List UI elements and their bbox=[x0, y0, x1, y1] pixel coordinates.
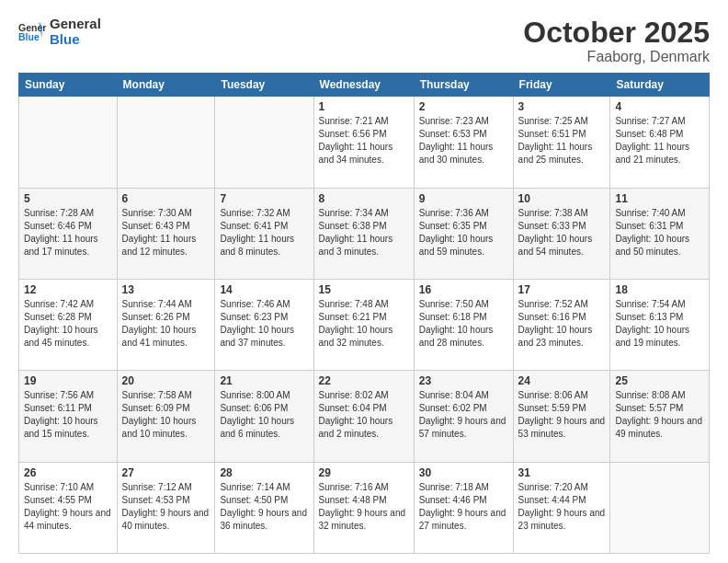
day-number: 25 bbox=[615, 374, 704, 387]
day-number: 2 bbox=[419, 100, 508, 113]
day-number: 19 bbox=[24, 374, 112, 387]
day-number: 6 bbox=[122, 192, 210, 205]
day-info: Sunrise: 7:38 AM Sunset: 6:33 PM Dayligh… bbox=[518, 207, 606, 259]
calendar-day: 31Sunrise: 7:20 AM Sunset: 4:44 PM Dayli… bbox=[513, 462, 610, 553]
header: General Blue General Blue October 2025 F… bbox=[18, 17, 710, 65]
calendar-day: 5Sunrise: 7:28 AM Sunset: 6:46 PM Daylig… bbox=[19, 188, 118, 279]
calendar-week-5: 26Sunrise: 7:10 AM Sunset: 4:55 PM Dayli… bbox=[19, 462, 710, 553]
day-number: 8 bbox=[319, 192, 409, 205]
calendar-week-4: 19Sunrise: 7:56 AM Sunset: 6:11 PM Dayli… bbox=[19, 371, 710, 462]
day-number: 18 bbox=[615, 283, 704, 296]
col-friday: Friday bbox=[513, 74, 610, 97]
calendar-day: 3Sunrise: 7:25 AM Sunset: 6:51 PM Daylig… bbox=[513, 97, 610, 188]
day-number: 28 bbox=[220, 466, 308, 479]
calendar-day: 10Sunrise: 7:38 AM Sunset: 6:33 PM Dayli… bbox=[513, 188, 610, 279]
day-number: 26 bbox=[24, 466, 112, 479]
day-info: Sunrise: 7:20 AM Sunset: 4:44 PM Dayligh… bbox=[518, 481, 606, 533]
calendar-day: 11Sunrise: 7:40 AM Sunset: 6:31 PM Dayli… bbox=[610, 188, 710, 279]
day-number: 11 bbox=[615, 192, 704, 205]
day-number: 13 bbox=[122, 283, 210, 296]
calendar-day: 24Sunrise: 8:06 AM Sunset: 5:59 PM Dayli… bbox=[513, 371, 610, 462]
day-info: Sunrise: 7:36 AM Sunset: 6:35 PM Dayligh… bbox=[419, 207, 508, 259]
calendar-day: 26Sunrise: 7:10 AM Sunset: 4:55 PM Dayli… bbox=[19, 462, 118, 553]
day-info: Sunrise: 7:14 AM Sunset: 4:50 PM Dayligh… bbox=[220, 481, 308, 533]
calendar-week-3: 12Sunrise: 7:42 AM Sunset: 6:28 PM Dayli… bbox=[19, 279, 710, 370]
calendar-week-1: 1Sunrise: 7:21 AM Sunset: 6:56 PM Daylig… bbox=[19, 97, 710, 188]
day-info: Sunrise: 7:52 AM Sunset: 6:16 PM Dayligh… bbox=[518, 298, 606, 350]
calendar-day: 13Sunrise: 7:44 AM Sunset: 6:26 PM Dayli… bbox=[117, 279, 215, 370]
calendar-day: 12Sunrise: 7:42 AM Sunset: 6:28 PM Dayli… bbox=[19, 279, 118, 370]
day-number: 29 bbox=[319, 466, 409, 479]
calendar-day bbox=[19, 97, 118, 188]
calendar-day: 15Sunrise: 7:48 AM Sunset: 6:21 PM Dayli… bbox=[313, 279, 414, 370]
day-number: 12 bbox=[24, 283, 112, 296]
day-info: Sunrise: 7:28 AM Sunset: 6:46 PM Dayligh… bbox=[24, 207, 112, 259]
day-number: 17 bbox=[518, 283, 606, 296]
calendar-day: 20Sunrise: 7:58 AM Sunset: 6:09 PM Dayli… bbox=[117, 371, 215, 462]
day-info: Sunrise: 7:58 AM Sunset: 6:09 PM Dayligh… bbox=[122, 389, 210, 441]
month-title: October 2025 bbox=[523, 17, 710, 49]
calendar-day: 23Sunrise: 8:04 AM Sunset: 6:02 PM Dayli… bbox=[414, 371, 513, 462]
day-info: Sunrise: 7:30 AM Sunset: 6:43 PM Dayligh… bbox=[122, 207, 210, 259]
calendar-day: 6Sunrise: 7:30 AM Sunset: 6:43 PM Daylig… bbox=[117, 188, 215, 279]
day-number: 7 bbox=[220, 192, 308, 205]
day-info: Sunrise: 7:34 AM Sunset: 6:38 PM Dayligh… bbox=[319, 207, 409, 259]
logo-icon: General Blue bbox=[18, 18, 46, 46]
day-info: Sunrise: 7:23 AM Sunset: 6:53 PM Dayligh… bbox=[419, 115, 508, 167]
day-info: Sunrise: 7:12 AM Sunset: 4:53 PM Dayligh… bbox=[122, 481, 210, 533]
day-info: Sunrise: 7:25 AM Sunset: 6:51 PM Dayligh… bbox=[518, 115, 606, 167]
day-info: Sunrise: 7:56 AM Sunset: 6:11 PM Dayligh… bbox=[24, 389, 112, 441]
calendar-week-2: 5Sunrise: 7:28 AM Sunset: 6:46 PM Daylig… bbox=[19, 188, 710, 279]
day-info: Sunrise: 8:08 AM Sunset: 5:57 PM Dayligh… bbox=[615, 389, 704, 441]
day-number: 22 bbox=[319, 374, 409, 387]
logo-general: General bbox=[50, 17, 101, 32]
calendar-day: 25Sunrise: 8:08 AM Sunset: 5:57 PM Dayli… bbox=[610, 371, 710, 462]
day-number: 20 bbox=[122, 374, 210, 387]
day-number: 16 bbox=[419, 283, 508, 296]
calendar-day: 29Sunrise: 7:16 AM Sunset: 4:48 PM Dayli… bbox=[313, 462, 414, 553]
calendar-day: 4Sunrise: 7:27 AM Sunset: 6:48 PM Daylig… bbox=[610, 97, 710, 188]
day-number: 31 bbox=[518, 466, 606, 479]
calendar-day: 18Sunrise: 7:54 AM Sunset: 6:13 PM Dayli… bbox=[610, 279, 710, 370]
logo-blue: Blue bbox=[50, 32, 101, 48]
col-wednesday: Wednesday bbox=[313, 74, 414, 97]
day-number: 10 bbox=[518, 192, 606, 205]
calendar-day: 1Sunrise: 7:21 AM Sunset: 6:56 PM Daylig… bbox=[313, 97, 414, 188]
day-info: Sunrise: 7:10 AM Sunset: 4:55 PM Dayligh… bbox=[24, 481, 112, 533]
calendar-table: Sunday Monday Tuesday Wednesday Thursday… bbox=[18, 73, 710, 554]
col-thursday: Thursday bbox=[414, 74, 513, 97]
day-number: 24 bbox=[518, 374, 606, 387]
day-number: 15 bbox=[319, 283, 409, 296]
day-info: Sunrise: 7:48 AM Sunset: 6:21 PM Dayligh… bbox=[319, 298, 409, 350]
day-number: 21 bbox=[220, 374, 308, 387]
day-info: Sunrise: 7:54 AM Sunset: 6:13 PM Dayligh… bbox=[615, 298, 704, 350]
day-info: Sunrise: 8:04 AM Sunset: 6:02 PM Dayligh… bbox=[419, 389, 508, 441]
day-info: Sunrise: 7:32 AM Sunset: 6:41 PM Dayligh… bbox=[220, 207, 308, 259]
day-number: 30 bbox=[419, 466, 508, 479]
col-tuesday: Tuesday bbox=[215, 74, 313, 97]
header-row: Sunday Monday Tuesday Wednesday Thursday… bbox=[19, 74, 710, 97]
day-number: 9 bbox=[419, 192, 508, 205]
calendar-day: 8Sunrise: 7:34 AM Sunset: 6:38 PM Daylig… bbox=[313, 188, 414, 279]
calendar-day: 28Sunrise: 7:14 AM Sunset: 4:50 PM Dayli… bbox=[215, 462, 313, 553]
col-saturday: Saturday bbox=[610, 74, 710, 97]
calendar-day bbox=[610, 462, 710, 553]
day-number: 14 bbox=[220, 283, 308, 296]
day-info: Sunrise: 7:40 AM Sunset: 6:31 PM Dayligh… bbox=[615, 207, 704, 259]
logo: General Blue General Blue bbox=[18, 17, 101, 47]
col-sunday: Sunday bbox=[19, 74, 118, 97]
day-info: Sunrise: 7:27 AM Sunset: 6:48 PM Dayligh… bbox=[615, 115, 704, 167]
location: Faaborg, Denmark bbox=[523, 49, 710, 65]
calendar-day: 14Sunrise: 7:46 AM Sunset: 6:23 PM Dayli… bbox=[215, 279, 313, 370]
day-info: Sunrise: 7:18 AM Sunset: 4:46 PM Dayligh… bbox=[419, 481, 508, 533]
calendar-day: 21Sunrise: 8:00 AM Sunset: 6:06 PM Dayli… bbox=[215, 371, 313, 462]
calendar-day: 7Sunrise: 7:32 AM Sunset: 6:41 PM Daylig… bbox=[215, 188, 313, 279]
col-monday: Monday bbox=[117, 74, 215, 97]
calendar-day: 30Sunrise: 7:18 AM Sunset: 4:46 PM Dayli… bbox=[414, 462, 513, 553]
page: General Blue General Blue October 2025 F… bbox=[0, 0, 728, 563]
day-info: Sunrise: 8:00 AM Sunset: 6:06 PM Dayligh… bbox=[220, 389, 308, 441]
calendar-day bbox=[215, 97, 313, 188]
day-number: 3 bbox=[518, 100, 606, 113]
day-number: 4 bbox=[615, 100, 704, 113]
day-info: Sunrise: 7:16 AM Sunset: 4:48 PM Dayligh… bbox=[319, 481, 409, 533]
